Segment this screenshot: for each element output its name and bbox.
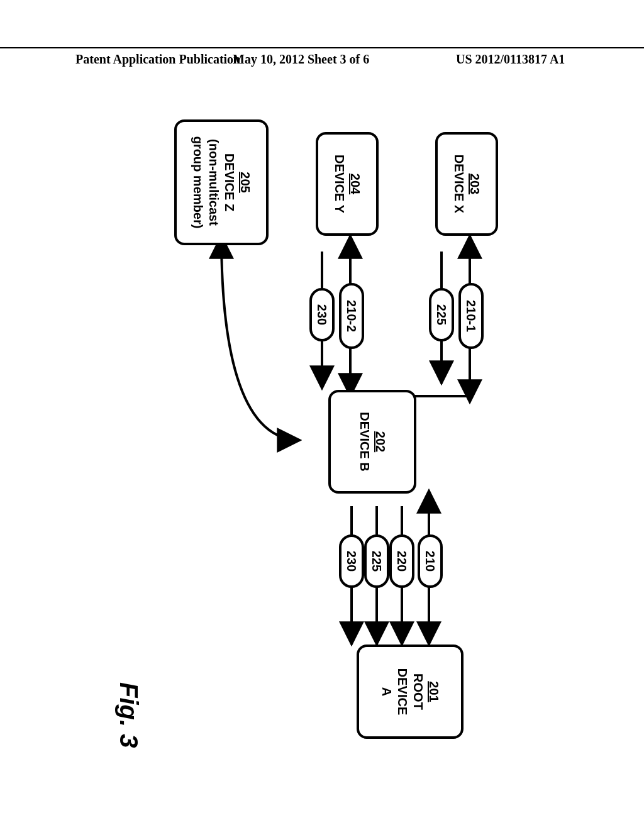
figure-label: Fig. 3: [114, 682, 143, 748]
device-num: 204: [347, 174, 363, 194]
device-num: 202: [372, 431, 388, 452]
device-line: ROOT: [410, 673, 426, 710]
device-line: DEVICE Y: [331, 155, 347, 213]
msg-225: 225: [364, 534, 389, 588]
diagram: 201 ROOT DEVICE A 202 DEVICE B 203 DEVIC…: [74, 94, 570, 786]
msg-230: 230: [339, 534, 364, 588]
device-line: DEVICE: [394, 668, 410, 715]
device-y: 204 DEVICE Y: [316, 132, 379, 236]
device-line: DEVICE Z: [221, 153, 237, 211]
device-root-a: 201 ROOT DEVICE A: [357, 645, 464, 739]
header-right: US 2012/0113817 A1: [456, 52, 565, 67]
device-b: 202 DEVICE B: [328, 390, 416, 494]
device-line: DEVICE B: [357, 412, 372, 471]
device-z: 205 DEVICE Z (non-multicast group member…: [174, 119, 269, 245]
device-x: 203 DEVICE X: [435, 132, 498, 236]
msg-210-1: 210-1: [458, 283, 484, 349]
device-num: 205: [237, 172, 253, 192]
device-num: 203: [467, 174, 482, 194]
msg-220: 220: [389, 534, 414, 588]
msg-210: 210: [418, 534, 443, 588]
device-line: DEVICE X: [451, 155, 467, 213]
header-center: May 10, 2012 Sheet 3 of 6: [233, 52, 369, 67]
msg-225b: 225: [429, 288, 454, 341]
msg-230b: 230: [309, 288, 335, 341]
device-num: 201: [426, 681, 441, 702]
device-line: A: [379, 687, 394, 696]
header-left: Patent Application Publication: [75, 52, 240, 67]
msg-210-2: 210-2: [339, 283, 364, 349]
device-note: group member): [190, 136, 206, 229]
page-header: Patent Application Publication May 10, 2…: [0, 47, 644, 52]
device-note: (non-multicast: [206, 139, 221, 226]
